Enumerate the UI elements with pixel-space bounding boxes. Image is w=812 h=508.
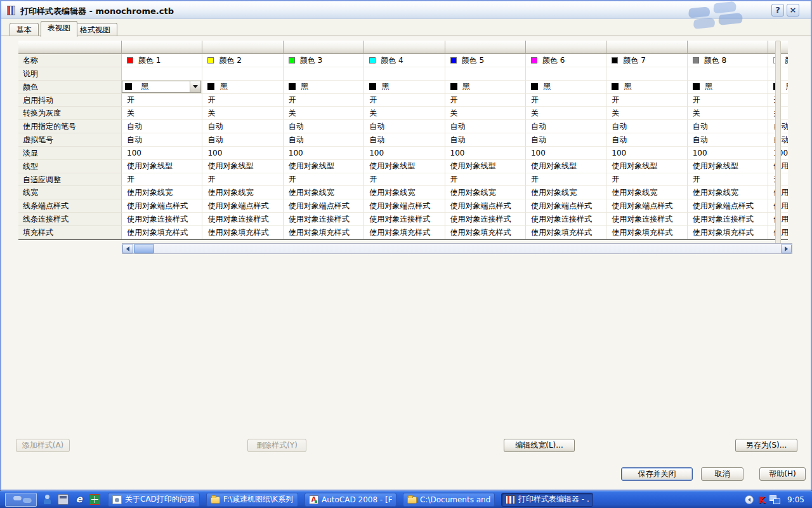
table-cell[interactable]: 100 xyxy=(284,147,364,160)
table-cell[interactable]: 颜色 8 xyxy=(688,54,768,67)
column-header[interactable] xyxy=(526,41,606,54)
table-cell[interactable]: 黑 xyxy=(445,81,526,94)
network-icon[interactable] xyxy=(769,495,780,504)
table-cell[interactable]: 黑 xyxy=(202,81,283,94)
table-cell[interactable]: 100 xyxy=(122,147,202,160)
table-cell[interactable]: 使用对象填充样式 xyxy=(364,226,445,239)
table-cell[interactable]: 自动 xyxy=(688,120,768,133)
taskbar-button[interactable]: 关于CAD打印的问题... xyxy=(108,493,200,507)
titlebar[interactable]: 打印样式表编辑器 - monochrome.ctb ? × xyxy=(1,0,811,19)
table-cell[interactable]: 自动 xyxy=(364,133,445,147)
table-cell[interactable]: 自动 xyxy=(526,133,606,147)
scrollbar-thumb[interactable] xyxy=(134,244,154,253)
table-cell[interactable]: 开 xyxy=(688,173,768,187)
table-cell[interactable]: 使用对象填充样式 xyxy=(122,226,202,239)
table-cell[interactable] xyxy=(202,67,283,81)
tab-table-view[interactable]: 表视图 xyxy=(41,21,77,37)
calculator-icon[interactable] xyxy=(58,494,69,505)
table-cell[interactable]: 使用对象填充样式 xyxy=(526,226,606,239)
table-cell[interactable] xyxy=(364,67,445,81)
table-cell[interactable]: 使用对象端点样式 xyxy=(526,199,606,213)
table-cell[interactable]: 开 xyxy=(526,94,606,107)
scroll-right-button[interactable] xyxy=(781,244,792,253)
table-cell[interactable] xyxy=(526,67,606,81)
table-cell[interactable]: 使用对象连接样式 xyxy=(122,213,202,226)
taskbar-button[interactable]: 打印样式表编辑器 - ... xyxy=(501,493,593,507)
spreadsheet-icon[interactable] xyxy=(89,494,100,505)
table-cell[interactable]: 使用对象端点样式 xyxy=(364,199,445,213)
table-cell[interactable]: 使用对象线型 xyxy=(364,160,445,173)
tab-basic[interactable]: 基本 xyxy=(10,23,39,36)
table-cell[interactable]: 自动 xyxy=(688,133,768,147)
antivirus-icon[interactable]: K xyxy=(758,495,765,505)
internet-explorer-icon[interactable]: e xyxy=(74,494,84,505)
table-cell[interactable]: 关 xyxy=(364,107,445,120)
table-cell[interactable]: 使用对象线宽 xyxy=(526,186,606,199)
table-cell[interactable]: 开 xyxy=(364,94,445,107)
cancel-button[interactable]: 取消 xyxy=(701,467,743,481)
table-cell[interactable]: 使用对象端点样式 xyxy=(606,199,687,213)
table-cell[interactable]: 使用对象填充样式 xyxy=(202,226,283,239)
help-button[interactable]: 帮助(H) xyxy=(759,467,806,481)
table-cell[interactable]: 颜色 2 xyxy=(202,54,283,67)
scroll-left-button[interactable] xyxy=(122,244,133,253)
table-cell[interactable]: 100 xyxy=(606,147,687,160)
table-cell[interactable]: 颜色 6 xyxy=(526,54,606,67)
table-cell[interactable]: 黑 xyxy=(122,81,202,94)
table-cell[interactable] xyxy=(122,67,202,81)
taskbar-button[interactable]: AAutoCAD 2008 - [F:\... xyxy=(304,493,396,507)
table-cell[interactable]: 开 xyxy=(122,173,202,187)
table-cell[interactable]: 使用对象线型 xyxy=(122,160,202,173)
table-cell[interactable]: 100 xyxy=(526,147,606,160)
table-cell[interactable]: 使用对象连接样式 xyxy=(284,213,364,226)
delete-style-button[interactable]: 删除样式(Y) xyxy=(247,439,306,452)
table-cell[interactable]: 颜色 5 xyxy=(445,54,526,67)
table-cell[interactable]: 自动 xyxy=(364,120,445,133)
table-cell[interactable]: 使用对象线宽 xyxy=(202,186,283,199)
table-cell[interactable]: 使用对象线宽 xyxy=(688,186,768,199)
table-cell[interactable]: 使用对象连接样式 xyxy=(526,213,606,226)
table-cell[interactable]: 颜色 4 xyxy=(364,54,445,67)
table-cell[interactable]: 开 xyxy=(122,94,202,107)
table-cell[interactable]: 自动 xyxy=(122,133,202,147)
table-cell[interactable]: 颜色 3 xyxy=(284,54,364,67)
table-cell[interactable]: 开 xyxy=(364,173,445,187)
column-header[interactable] xyxy=(122,41,202,54)
table-cell[interactable] xyxy=(606,67,687,81)
table-cell[interactable]: 开 xyxy=(526,173,606,187)
column-header[interactable] xyxy=(202,41,283,54)
horizontal-scrollbar[interactable] xyxy=(122,243,792,254)
table-cell[interactable]: 使用对象填充样式 xyxy=(606,226,687,239)
save-and-close-button[interactable]: 保存并关闭 xyxy=(621,467,693,481)
column-header[interactable] xyxy=(364,41,445,54)
messenger-icon[interactable] xyxy=(42,494,53,505)
table-cell[interactable]: 自动 xyxy=(202,133,283,147)
help-titlebar-button[interactable]: ? xyxy=(771,4,784,17)
taskbar-button[interactable]: F:\减速机图纸\K系列 xyxy=(206,493,298,507)
column-header[interactable] xyxy=(18,41,122,54)
table-cell[interactable]: 使用对象填充样式 xyxy=(688,226,768,239)
table-cell[interactable]: 使用对象端点样式 xyxy=(688,199,768,213)
table-cell[interactable]: 开 xyxy=(202,94,283,107)
table-cell[interactable]: 使用对象线宽 xyxy=(606,186,687,199)
table-cell[interactable]: 开 xyxy=(202,173,283,187)
table-cell[interactable]: 使用对象连接样式 xyxy=(606,213,687,226)
table-cell[interactable]: 黑 xyxy=(284,81,364,94)
table-cell[interactable]: 开 xyxy=(606,173,687,187)
table-cell[interactable]: 开 xyxy=(445,173,526,187)
table-cell[interactable]: 关 xyxy=(606,107,687,120)
column-header[interactable] xyxy=(606,41,687,54)
tab-format-view[interactable]: 格式视图 xyxy=(73,23,117,36)
table-cell[interactable]: 100 xyxy=(202,147,283,160)
table-cell[interactable]: 自动 xyxy=(202,120,283,133)
table-cell[interactable]: 使用对象线型 xyxy=(688,160,768,173)
table-cell[interactable]: 100 xyxy=(364,147,445,160)
table-cell[interactable]: 使用对象线型 xyxy=(606,160,687,173)
table-cell[interactable]: 自动 xyxy=(445,120,526,133)
table-cell[interactable]: 关 xyxy=(122,107,202,120)
vertical-scrollbar[interactable] xyxy=(775,41,781,254)
table-cell[interactable]: 使用对象线型 xyxy=(284,160,364,173)
table-cell[interactable]: 使用对象线宽 xyxy=(364,186,445,199)
table-cell[interactable]: 黑 xyxy=(526,81,606,94)
table-cell[interactable]: 自动 xyxy=(526,120,606,133)
